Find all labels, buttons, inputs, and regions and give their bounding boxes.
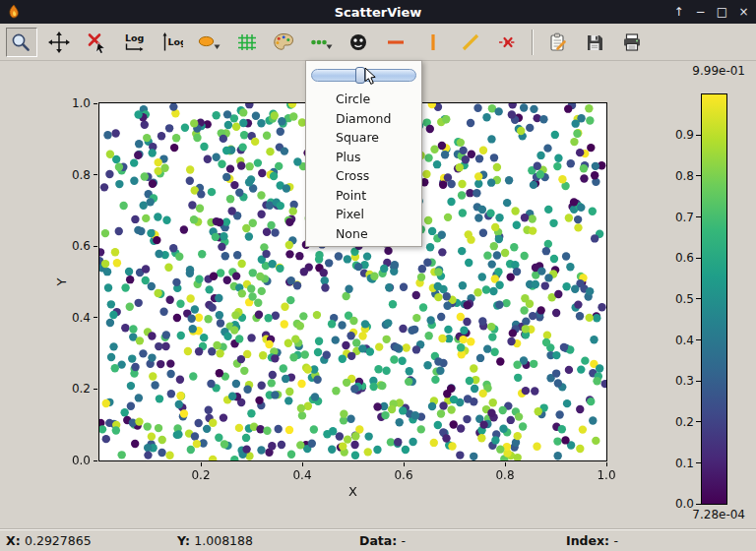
menu-item-point[interactable]: Point bbox=[306, 186, 421, 206]
status-data: Data: - bbox=[359, 533, 406, 548]
log-y-icon: Log bbox=[159, 31, 183, 53]
pan-button[interactable] bbox=[43, 28, 75, 57]
colorbar-tick-label: 0.4 bbox=[659, 334, 694, 347]
face-button[interactable] bbox=[343, 28, 374, 57]
print-button[interactable] bbox=[616, 28, 648, 57]
log-x-icon: Log bbox=[122, 31, 146, 53]
delete-button[interactable] bbox=[81, 28, 112, 57]
y-tick-label: 0.0 bbox=[61, 454, 91, 467]
y-tick-label: 0.8 bbox=[61, 168, 91, 182]
status-x: X: 0.2927865 bbox=[6, 533, 92, 548]
print-icon bbox=[620, 31, 644, 53]
diagonal-line-button[interactable] bbox=[455, 28, 486, 57]
menu-item-none[interactable]: None bbox=[306, 224, 421, 244]
marker-style-menu: CircleDiamondSquarePlusCrossPointPixelNo… bbox=[305, 60, 422, 247]
y-tick bbox=[94, 460, 97, 461]
x-tick-label: 0.2 bbox=[184, 468, 218, 482]
menu-item-pixel[interactable]: Pixel bbox=[306, 205, 421, 224]
statusbar: X: 0.2927865 Y: 1.008188 Data: - Index: … bbox=[0, 528, 756, 551]
y-axis-label: Y bbox=[54, 273, 69, 292]
vertical-line-button[interactable] bbox=[417, 28, 449, 57]
y-tick-label: 0.4 bbox=[61, 311, 91, 325]
colorbar-tick-label: 0.1 bbox=[659, 457, 694, 470]
y-tick bbox=[94, 103, 97, 104]
menu-item-plus[interactable]: Plus bbox=[306, 148, 421, 167]
x-tick-label: 0.8 bbox=[488, 468, 522, 482]
maximize-button[interactable]: □ bbox=[714, 4, 730, 21]
colorbar-tick-label: 0.7 bbox=[659, 211, 694, 224]
log-y-button[interactable]: Log bbox=[156, 28, 187, 57]
colorbar-tick-label: 0.0 bbox=[659, 497, 694, 511]
menu-item-cross[interactable]: Cross bbox=[306, 166, 421, 186]
ellipse-style-button[interactable] bbox=[193, 28, 224, 57]
colorbar-tick-label: 0.9 bbox=[659, 128, 694, 142]
x-tick bbox=[302, 462, 303, 466]
palette-icon bbox=[272, 31, 295, 53]
mouse-cursor-icon bbox=[364, 68, 377, 90]
menu-item-square[interactable]: Square bbox=[306, 128, 421, 148]
marker-style-icon bbox=[309, 31, 333, 53]
colorbar-max-label: 9.99e-01 bbox=[692, 64, 745, 78]
error-line-button[interactable] bbox=[492, 28, 524, 57]
svg-text:Log: Log bbox=[168, 36, 184, 47]
horizontal-line-icon bbox=[384, 31, 408, 53]
diagonal-line-icon bbox=[459, 31, 482, 53]
colorbar-tick-label: 0.2 bbox=[659, 415, 694, 429]
horizontal-line-button[interactable] bbox=[380, 28, 411, 57]
toolbar: LogLog bbox=[0, 24, 756, 61]
zoom-button[interactable] bbox=[6, 28, 37, 57]
x-axis-label: X bbox=[98, 484, 607, 499]
grid-icon bbox=[234, 31, 258, 53]
window-title: ScatterView bbox=[0, 5, 756, 20]
y-tick bbox=[94, 317, 97, 318]
y-tick bbox=[94, 246, 97, 247]
delete-icon bbox=[85, 31, 108, 53]
y-tick bbox=[94, 174, 97, 175]
colorbar-min-label: 7.28e-04 bbox=[692, 508, 745, 521]
shade-button[interactable]: ↑ bbox=[670, 4, 687, 21]
x-tick bbox=[606, 462, 607, 466]
vertical-line-icon bbox=[421, 31, 445, 53]
minimize-button[interactable]: − bbox=[692, 4, 709, 21]
y-tick-label: 0.6 bbox=[61, 239, 91, 253]
toolbar-separator bbox=[532, 30, 534, 55]
titlebar: ScatterView ↑−□× bbox=[0, 0, 756, 24]
svg-text:Log: Log bbox=[125, 32, 144, 43]
log-x-button[interactable]: Log bbox=[118, 28, 150, 57]
palette-button[interactable] bbox=[268, 28, 299, 57]
pan-icon bbox=[47, 31, 71, 53]
colorbar bbox=[701, 93, 727, 505]
ellipse-style-icon bbox=[197, 31, 220, 53]
notes-button[interactable] bbox=[541, 28, 573, 57]
x-tick-label: 1.0 bbox=[590, 468, 623, 482]
error-line-icon bbox=[496, 31, 520, 53]
close-button[interactable]: × bbox=[735, 4, 752, 21]
face-icon bbox=[346, 31, 370, 53]
notes-icon bbox=[545, 31, 569, 53]
colorbar-tick-label: 0.6 bbox=[659, 251, 694, 265]
zoom-icon bbox=[10, 31, 33, 53]
menu-item-diamond[interactable]: Diamond bbox=[306, 109, 421, 129]
x-tick bbox=[505, 462, 506, 466]
save-icon bbox=[583, 31, 606, 53]
x-tick-label: 0.4 bbox=[285, 468, 319, 482]
scatterview-window: { "window": { "title": "ScatterView" }, … bbox=[0, 0, 756, 551]
y-tick-label: 1.0 bbox=[61, 96, 91, 110]
x-tick bbox=[201, 462, 202, 466]
marker-style-button[interactable] bbox=[305, 28, 337, 57]
colorbar-tick-label: 0.8 bbox=[659, 169, 694, 183]
save-button[interactable] bbox=[579, 28, 610, 57]
x-tick bbox=[404, 462, 405, 466]
y-tick bbox=[94, 389, 97, 390]
y-tick-label: 0.2 bbox=[61, 382, 91, 396]
window-controls: ↑−□× bbox=[670, 0, 752, 24]
colorbar-tick-label: 0.5 bbox=[659, 292, 694, 306]
status-index: Index: - bbox=[566, 533, 618, 548]
x-tick-label: 0.6 bbox=[387, 468, 420, 482]
status-y: Y: 1.008188 bbox=[177, 533, 253, 548]
colorbar-tick-label: 0.3 bbox=[659, 374, 694, 388]
grid-button[interactable] bbox=[230, 28, 262, 57]
menu-item-circle[interactable]: Circle bbox=[306, 90, 421, 109]
marker-size-slider[interactable] bbox=[311, 65, 416, 87]
